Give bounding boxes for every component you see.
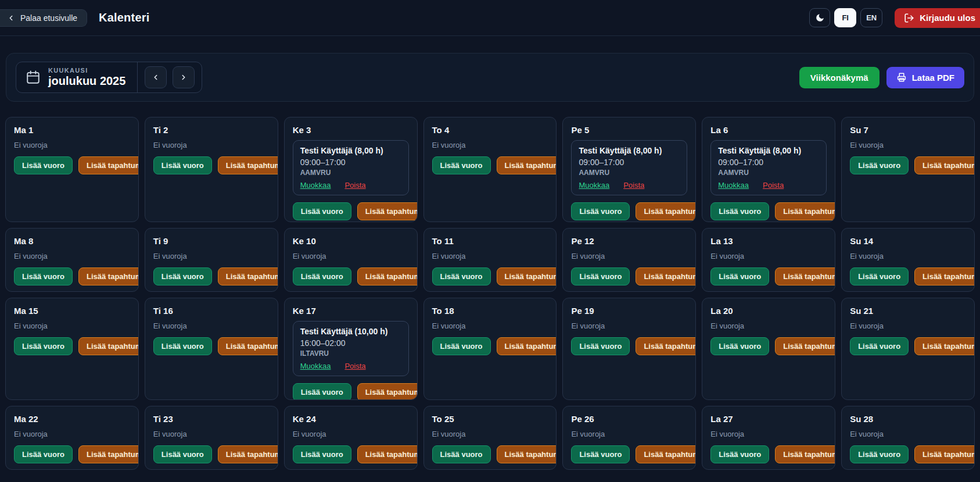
add-shift-button[interactable]: Lisää vuoro xyxy=(432,267,491,285)
day-body: Ei vuoroja xyxy=(14,424,130,438)
add-shift-button[interactable]: Lisää vuoro xyxy=(293,202,351,220)
add-shift-button[interactable]: Lisää vuoro xyxy=(432,445,491,463)
add-shift-button[interactable]: Lisää vuoro xyxy=(571,267,630,285)
add-event-button[interactable]: Lisää tapahtuma xyxy=(497,337,557,355)
add-event-button[interactable]: Lisää tapahtuma xyxy=(357,445,418,463)
add-shift-button[interactable]: Lisää vuoro xyxy=(571,202,630,220)
delete-shift-link[interactable]: Poista xyxy=(344,362,365,370)
calendar-grid: Ma 1 Ei vuoroja Lisää vuoro Lisää tapaht… xyxy=(5,117,975,470)
add-event-button[interactable]: Lisää tapahtuma xyxy=(218,337,278,355)
add-event-button[interactable]: Lisää tapahtuma xyxy=(636,267,696,285)
add-event-button[interactable]: Lisää tapahtuma xyxy=(218,267,278,285)
add-event-button[interactable]: Lisää tapahtuma xyxy=(218,445,278,463)
add-shift-button[interactable]: Lisää vuoro xyxy=(432,156,491,174)
day-label: Su 14 xyxy=(850,236,966,246)
day-label: Su 7 xyxy=(850,125,966,135)
add-event-button[interactable]: Lisää tapahtuma xyxy=(775,267,835,285)
add-shift-button[interactable]: Lisää vuoro xyxy=(850,337,909,355)
add-event-button[interactable]: Lisää tapahtuma xyxy=(914,337,975,355)
day-label: Ma 8 xyxy=(14,236,130,246)
delete-shift-link[interactable]: Poista xyxy=(344,181,365,190)
add-shift-button[interactable]: Lisää vuoro xyxy=(293,267,351,285)
add-shift-button[interactable]: Lisää vuoro xyxy=(14,267,73,285)
add-shift-button[interactable]: Lisää vuoro xyxy=(710,337,769,355)
day-actions: Lisää vuoro Lisää tapahtuma xyxy=(153,156,270,174)
add-event-button[interactable]: Lisää tapahtuma xyxy=(497,156,557,174)
add-event-button[interactable]: Lisää tapahtuma xyxy=(78,337,139,355)
add-shift-button[interactable]: Lisää vuoro xyxy=(710,267,769,285)
add-event-button[interactable]: Lisää tapahtuma xyxy=(218,156,278,174)
day-label: La 27 xyxy=(710,414,827,424)
add-event-button[interactable]: Lisää tapahtuma xyxy=(914,156,975,174)
edit-shift-link[interactable]: Muokkaa xyxy=(300,181,331,190)
add-event-button[interactable]: Lisää tapahtuma xyxy=(78,267,139,285)
add-shift-button[interactable]: Lisää vuoro xyxy=(571,337,630,355)
add-shift-button[interactable]: Lisää vuoro xyxy=(14,156,73,174)
add-event-button[interactable]: Lisää tapahtuma xyxy=(357,202,418,220)
current-month-label: joulukuu 2025 xyxy=(48,74,125,88)
day-actions: Lisää vuoro Lisää tapahtuma xyxy=(14,337,130,355)
add-shift-button[interactable]: Lisää vuoro xyxy=(710,445,769,463)
add-event-button[interactable]: Lisää tapahtuma xyxy=(497,445,557,463)
add-event-button[interactable]: Lisää tapahtuma xyxy=(357,383,418,400)
day-cell: Ke 10 Ei vuoroja Lisää vuoro Lisää tapah… xyxy=(284,228,418,292)
add-shift-button[interactable]: Lisää vuoro xyxy=(710,202,769,220)
add-shift-button[interactable]: Lisää vuoro xyxy=(850,156,909,174)
back-to-home-button[interactable]: Palaa etusivulle xyxy=(0,9,87,27)
add-event-button[interactable]: Lisää tapahtuma xyxy=(78,156,139,174)
day-cell: Su 21 Ei vuoroja Lisää vuoro Lisää tapah… xyxy=(841,298,975,400)
add-event-button[interactable]: Lisää tapahtuma xyxy=(775,445,835,463)
day-body: Ei vuoroja xyxy=(850,135,966,149)
add-shift-button[interactable]: Lisää vuoro xyxy=(571,445,630,463)
add-shift-button[interactable]: Lisää vuoro xyxy=(850,445,909,463)
add-event-button[interactable]: Lisää tapahtuma xyxy=(775,202,835,220)
add-shift-button[interactable]: Lisää vuoro xyxy=(14,337,73,355)
add-event-button[interactable]: Lisää tapahtuma xyxy=(636,445,696,463)
edit-shift-link[interactable]: Muokkaa xyxy=(718,181,749,190)
add-shift-button[interactable]: Lisää vuoro xyxy=(293,445,351,463)
day-cell: La 6 Testi Käyttäjä (8,00 h) 09:00–17:00… xyxy=(702,117,835,222)
delete-shift-link[interactable]: Poista xyxy=(763,181,784,190)
add-event-button[interactable]: Lisää tapahtuma xyxy=(357,267,418,285)
add-event-button[interactable]: Lisää tapahtuma xyxy=(914,445,975,463)
day-cell: Ti 16 Ei vuoroja Lisää vuoro Lisää tapah… xyxy=(145,298,278,400)
language-en-button[interactable]: EN xyxy=(860,8,882,27)
add-event-button[interactable]: Lisää tapahtuma xyxy=(914,267,975,285)
delete-shift-link[interactable]: Poista xyxy=(623,181,644,190)
language-fi-button[interactable]: FI xyxy=(834,8,856,27)
day-cell: To 11 Ei vuoroja Lisää vuoro Lisää tapah… xyxy=(423,228,557,292)
dark-mode-toggle-button[interactable] xyxy=(809,8,830,27)
day-actions: Lisää vuoro Lisää tapahtuma xyxy=(293,445,409,463)
edit-shift-link[interactable]: Muokkaa xyxy=(300,362,331,370)
week-view-button[interactable]: Viikkonäkymä xyxy=(799,67,880,88)
add-shift-button[interactable]: Lisää vuoro xyxy=(14,445,73,463)
no-shifts-label: Ei vuoroja xyxy=(14,430,130,438)
day-body: Ei vuoroja xyxy=(14,316,130,330)
day-body: Ei vuoroja xyxy=(153,246,270,260)
day-body: Ei vuoroja xyxy=(710,246,827,260)
add-event-button[interactable]: Lisää tapahtuma xyxy=(636,337,696,355)
add-event-button[interactable]: Lisää tapahtuma xyxy=(78,445,139,463)
download-pdf-button[interactable]: Lataa PDF xyxy=(886,67,964,88)
day-cell: Ke 17 Testi Käyttäjä (10,00 h) 16:00–02:… xyxy=(284,298,418,400)
previous-month-button[interactable] xyxy=(145,66,167,88)
add-shift-button[interactable]: Lisää vuoro xyxy=(153,156,212,174)
edit-shift-link[interactable]: Muokkaa xyxy=(579,181,609,190)
logout-button[interactable]: Kirjaudu ulos xyxy=(895,8,980,28)
day-body: Testi Käyttäjä (8,00 h) 09:00–17:00 AAMV… xyxy=(710,135,827,195)
add-event-button[interactable]: Lisää tapahtuma xyxy=(497,267,557,285)
add-shift-button[interactable]: Lisää vuoro xyxy=(153,267,212,285)
no-shifts-label: Ei vuoroja xyxy=(710,252,827,260)
next-month-button[interactable] xyxy=(173,66,195,88)
add-shift-button[interactable]: Lisää vuoro xyxy=(293,383,351,400)
add-event-button[interactable]: Lisää tapahtuma xyxy=(775,337,835,355)
add-shift-button[interactable]: Lisää vuoro xyxy=(432,337,491,355)
day-cell: La 27 Ei vuoroja Lisää vuoro Lisää tapah… xyxy=(702,406,835,470)
add-event-button[interactable]: Lisää tapahtuma xyxy=(636,202,696,220)
shift-time: 09:00–17:00 xyxy=(718,157,819,169)
day-actions: Lisää vuoro Lisää tapahtuma xyxy=(14,267,130,285)
add-shift-button[interactable]: Lisää vuoro xyxy=(153,337,212,355)
add-shift-button[interactable]: Lisää vuoro xyxy=(153,445,212,463)
add-shift-button[interactable]: Lisää vuoro xyxy=(850,267,909,285)
no-shifts-label: Ei vuoroja xyxy=(14,322,130,330)
